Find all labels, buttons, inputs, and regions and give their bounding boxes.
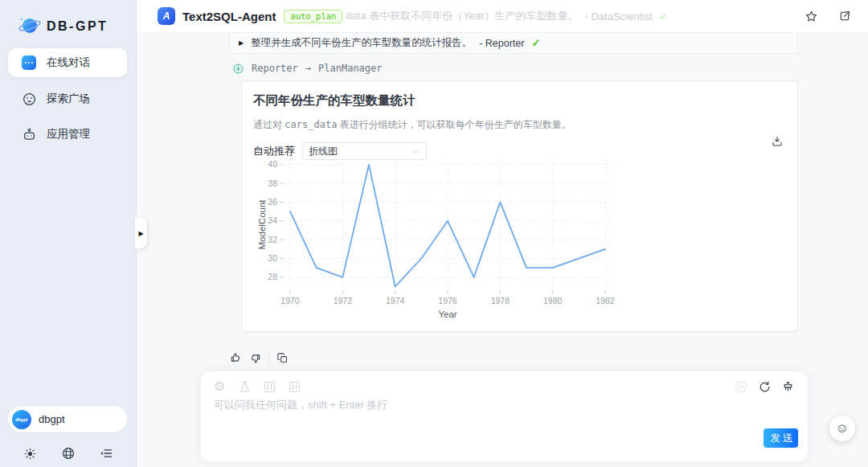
svg-text:38: 38 [268, 178, 277, 188]
svg-text:1980: 1980 [543, 296, 563, 305]
agent-logo-icon: A [158, 7, 175, 25]
svg-text:34: 34 [268, 215, 277, 225]
model-params-icon[interactable] [262, 379, 276, 394]
app-manage-icon [21, 126, 37, 142]
thumbs-down-icon[interactable] [249, 352, 261, 364]
collapsed-task-row[interactable]: ▶ 整理并生成不同年份生产的车型数量的统计报告。 - Reporter ✓ [229, 32, 798, 54]
svg-text:28: 28 [268, 272, 277, 281]
line-chart-svg: 2830323436384019701972197419761978198019… [255, 154, 616, 324]
svg-text:1972: 1972 [334, 296, 353, 305]
sidebar-footer [0, 446, 137, 461]
check-icon: ✓ [659, 10, 668, 23]
pause-circle-icon[interactable] [734, 379, 748, 394]
main-area: A Text2SQL-Agent auto_plan data 表中获取不同年份… [137, 0, 868, 467]
svg-text:1970: 1970 [280, 296, 300, 305]
svg-text:30: 30 [268, 253, 277, 263]
scrolled-message-preview: data 表中获取不同年份（Year）生产的车型数量。 - DataScient… [346, 9, 668, 23]
chart-card-title: 不同年份生产的车型数量统计 [253, 92, 786, 109]
feedback-bar [230, 352, 289, 364]
chat-header: A Text2SQL-Agent auto_plan data 表中获取不同年份… [137, 0, 868, 32]
send-button[interactable]: 发送 [764, 428, 798, 448]
svg-text:40: 40 [268, 159, 277, 169]
thumbs-up-icon[interactable] [230, 352, 242, 364]
sidebar-item-label: 应用管理 [47, 127, 90, 141]
avatar: dbgpt [12, 410, 31, 429]
resource-params-icon[interactable] [287, 379, 301, 394]
agent-avatar-icon [232, 63, 244, 75]
sidebar-item-label: 探索广场 [47, 92, 90, 106]
sidebar-item-chat[interactable]: 在线对话 [8, 48, 127, 77]
task-author: - Reporter [479, 38, 524, 49]
collapse-sidebar-icon[interactable] [99, 446, 113, 461]
line-chart: 2830323436384019701972197419761978198019… [255, 154, 616, 327]
caret-right-icon: ▶ [239, 39, 244, 47]
svg-text:ModelCount: ModelCount [257, 199, 267, 250]
sidebar-item-explore[interactable]: 探索广场 [8, 84, 127, 113]
refresh-icon[interactable] [757, 379, 772, 394]
chart-card-description: 通过对 cars_data 表进行分组统计，可以获取每个年份生产的车型数量。 [253, 118, 786, 132]
planet-logo-icon [18, 13, 42, 40]
export-share-icon[interactable] [837, 9, 852, 23]
user-name: dbgpt [39, 413, 65, 425]
svg-text:1982: 1982 [596, 296, 615, 305]
svg-text:Year: Year [438, 309, 457, 319]
svg-text:32: 32 [268, 235, 277, 244]
divider [268, 353, 269, 363]
logo-text: DB-GPT [47, 19, 108, 34]
dbgpt-logo: DB-GPT [18, 13, 108, 40]
sidebar: DB-GPT 在线对话 探索广场 应用管理 db [0, 0, 137, 467]
language-icon[interactable] [61, 446, 76, 461]
sidebar-item-label: 在线对话 [47, 55, 90, 70]
agent-flow-to: PlanManager [318, 63, 382, 74]
composer-tools-left: ⚙ [212, 379, 301, 394]
clear-broom-icon[interactable] [780, 379, 795, 394]
task-text: 整理并生成不同年份生产的车型数量的统计报告。 [251, 36, 472, 50]
agent-flow-from: Reporter [252, 63, 298, 74]
chat-icon [21, 55, 37, 71]
arrow-right-icon: → [305, 63, 311, 74]
agent-flow-row: Reporter → PlanManager [232, 61, 383, 76]
copy-icon[interactable] [276, 352, 289, 364]
prompt-flask-icon[interactable] [237, 379, 252, 394]
download-chart-icon[interactable] [771, 135, 784, 148]
theme-toggle-icon[interactable] [23, 446, 38, 461]
composer: ⚙ [201, 371, 808, 461]
user-profile[interactable]: dbgpt dbgpt [8, 406, 127, 432]
svg-text:1974: 1974 [386, 296, 405, 305]
feedback-smiley-button[interactable]: ☺ [829, 416, 855, 441]
chat-input[interactable] [214, 398, 696, 425]
sidebar-expand-handle[interactable]: ▶ [135, 218, 147, 248]
check-icon: ✓ [531, 37, 540, 49]
composer-tools-right [734, 379, 795, 394]
favorite-star-icon[interactable] [804, 9, 818, 23]
auto-plan-badge: auto_plan [284, 10, 342, 23]
explore-icon [21, 91, 37, 107]
agent-name: Text2SQL-Agent [182, 10, 276, 23]
svg-text:1978: 1978 [491, 296, 510, 305]
table-name-code: cars_data [285, 119, 337, 130]
svg-text:1976: 1976 [438, 296, 457, 305]
sidebar-item-apps[interactable]: 应用管理 [8, 120, 127, 149]
svg-text:36: 36 [268, 197, 277, 207]
chart-card: 不同年份生产的车型数量统计 通过对 cars_data 表进行分组统计，可以获取… [241, 80, 798, 332]
settings-gear-icon[interactable]: ⚙ [212, 379, 227, 394]
